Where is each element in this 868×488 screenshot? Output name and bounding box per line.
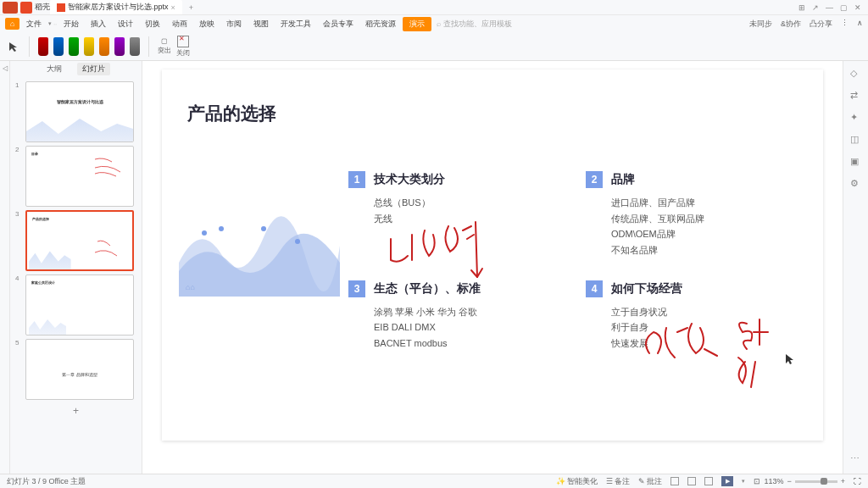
menu-animations[interactable]: 动画 xyxy=(167,17,192,31)
toolbar-sep: ⸱⸱ xyxy=(53,19,57,29)
menu-view[interactable]: 视图 xyxy=(248,17,274,31)
fullscreen-icon[interactable]: ⛶ xyxy=(854,477,861,485)
pointer-tool[interactable] xyxy=(7,40,20,53)
menu-developer[interactable]: 开发工具 xyxy=(275,17,316,31)
rb-settings-icon[interactable]: ⚙ xyxy=(850,178,862,190)
marker-yellow[interactable] xyxy=(84,37,94,56)
current-slide: 产品的选择 ⌂⌂ 1技术大类划分 总线（BUS）无线 2品牌 进口品牌、国产 xyxy=(162,69,823,441)
wps-logo-icon xyxy=(20,2,32,14)
rb-transition-icon[interactable]: ⇄ xyxy=(850,90,862,102)
slide-canvas[interactable]: 产品的选择 ⌂⌂ 1技术大类划分 总线（BUS）无线 2品牌 进口品牌、国产 xyxy=(142,61,843,474)
thumbnail-4[interactable]: 家庭公共区设计 xyxy=(25,274,134,336)
sync-status[interactable]: 未同步 xyxy=(749,19,772,30)
grid-icon[interactable]: ⊞ xyxy=(798,3,805,12)
zoom-widget[interactable]: ⊡ 113% − + xyxy=(754,477,845,485)
presenter-button[interactable]: 演示 xyxy=(403,17,431,31)
file-menu[interactable]: 文件 xyxy=(21,17,47,31)
collab-button[interactable]: &协作 xyxy=(781,19,801,30)
maximize-icon[interactable]: ▢ xyxy=(840,3,848,12)
marker-gray[interactable] xyxy=(130,37,140,56)
marker-red[interactable] xyxy=(38,37,48,56)
thumbnail-5[interactable]: 第一章 品牌和选型 xyxy=(25,339,134,400)
comments-button[interactable]: ✎批注 xyxy=(638,476,662,487)
menu-transitions[interactable]: 切换 xyxy=(140,17,165,31)
highlight-icon: ▢ xyxy=(161,37,168,45)
menu-review[interactable]: 市阅 xyxy=(221,17,247,31)
close-tab-icon[interactable]: × xyxy=(171,3,175,12)
play-dropdown-icon[interactable]: ▾ xyxy=(742,478,745,485)
item-2-title: 品牌 xyxy=(611,172,635,187)
decorative-wave: ⌂⌂ xyxy=(179,203,340,297)
share-button[interactable]: 凸分享 xyxy=(810,19,832,30)
document-tab[interactable]: 智能家居方案设计与比选.pptx × xyxy=(50,0,182,14)
app-name: 稻壳 xyxy=(35,2,50,13)
highlight-tool[interactable]: ▢ 突出 xyxy=(158,37,171,55)
thumbnail-2[interactable]: 目录 xyxy=(25,146,134,207)
view-sorter-icon[interactable] xyxy=(687,477,696,485)
rb-more-icon[interactable]: ⋯ xyxy=(850,453,862,465)
notes-button[interactable]: ☰备注 xyxy=(606,476,630,487)
close-ink-icon: ✕ xyxy=(177,36,189,47)
menu-member[interactable]: 会员专享 xyxy=(318,17,359,31)
home-button[interactable]: ⌂ xyxy=(5,18,19,30)
right-toolbar: ◇ ⇄ ✦ ◫ ▣ ⚙ ⋯ xyxy=(843,61,868,474)
search-box[interactable]: ⌕ 查找功能、应用模板 xyxy=(437,19,512,30)
item-4-title: 如何下场经营 xyxy=(611,281,682,297)
view-normal-icon[interactable] xyxy=(670,477,679,485)
app-logo-icon xyxy=(3,2,18,14)
rb-design-icon[interactable]: ◫ xyxy=(850,134,862,146)
slide-title: 产品的选择 xyxy=(187,102,798,125)
rb-element-icon[interactable]: ▣ xyxy=(850,156,862,168)
document-title: 智能家居方案设计与比选.pptx xyxy=(68,2,169,13)
view-reading-icon[interactable] xyxy=(704,477,713,485)
outline-collapse[interactable]: ◁ xyxy=(0,61,10,474)
item-4-num: 4 xyxy=(586,280,603,297)
menu-design[interactable]: 设计 xyxy=(113,17,138,31)
more-icon[interactable]: ⋮ xyxy=(841,19,849,30)
doc-icon xyxy=(57,3,65,12)
slideshow-button[interactable]: ▶ xyxy=(721,476,733,486)
external-icon[interactable]: ↗ xyxy=(812,3,819,12)
marker-orange[interactable] xyxy=(99,37,109,56)
search-icon: ⌕ xyxy=(437,19,441,28)
close-ink-tool[interactable]: ✕ 关闭 xyxy=(176,36,190,58)
minimize-icon[interactable]: — xyxy=(826,3,833,12)
slide-panel: 大纲 幻灯片 1 智能家居方案设计与比选 2 目录 3 产品的选择 xyxy=(10,61,142,474)
marker-blue[interactable] xyxy=(53,37,64,56)
thumbnail-3[interactable]: 产品的选择 xyxy=(25,210,134,271)
zoom-out-icon[interactable]: − xyxy=(787,477,791,485)
item-1-num: 1 xyxy=(348,171,365,188)
item-3: 3生态（平台）、标准 涂鸦 苹果 小米 华为 谷歌EIB DALI DMXBAC… xyxy=(348,280,560,352)
item-2-num: 2 xyxy=(586,171,603,188)
marker-green[interactable] xyxy=(69,37,79,56)
close-window-icon[interactable]: ✕ xyxy=(854,3,861,12)
thumbnails-list[interactable]: 1 智能家居方案设计与比选 2 目录 3 产品的选择 4 家庭公共区设 xyxy=(10,76,142,474)
new-tab-button[interactable]: + xyxy=(182,3,200,12)
tab-slides[interactable]: 幻灯片 xyxy=(77,63,110,75)
item-1-title: 技术大类划分 xyxy=(374,172,445,187)
menu-resources[interactable]: 稻壳资源 xyxy=(360,17,401,31)
svg-text:⌂⌂: ⌂⌂ xyxy=(186,283,195,291)
tab-outline[interactable]: 大纲 xyxy=(42,63,67,75)
svg-point-1 xyxy=(219,226,224,231)
rb-style-icon[interactable]: ◇ xyxy=(850,68,862,80)
marker-purple[interactable] xyxy=(114,37,125,56)
svg-point-3 xyxy=(295,239,300,244)
content-grid: 1技术大类划分 总线（BUS）无线 2品牌 进口品牌、国产品牌传统品牌、互联网品… xyxy=(348,171,798,352)
rb-animation-icon[interactable]: ✦ xyxy=(850,112,862,124)
zoom-in-icon[interactable]: + xyxy=(841,477,845,485)
thumbnail-1[interactable]: 智能家居方案设计与比选 xyxy=(25,81,134,142)
file-dropdown-icon[interactable]: ▾ xyxy=(48,20,52,27)
add-slide-button[interactable]: + xyxy=(10,402,142,420)
ai-beautify-button[interactable]: ✨智能美化 xyxy=(556,476,598,487)
menu-slideshow[interactable]: 放映 xyxy=(194,17,220,31)
marker-toolbar: ▢ 突出 ✕ 关闭 xyxy=(0,32,868,61)
collapse-ribbon-icon[interactable]: ∧ xyxy=(857,19,863,30)
zoom-value: 113% xyxy=(764,477,783,485)
zoom-slider[interactable] xyxy=(795,480,837,483)
zoom-fit-icon[interactable]: ⊡ xyxy=(754,477,760,485)
menu-start[interactable]: 开始 xyxy=(58,17,84,31)
close-ink-label: 关闭 xyxy=(176,48,190,58)
menu-insert[interactable]: 插入 xyxy=(86,17,111,31)
svg-point-2 xyxy=(261,226,266,231)
